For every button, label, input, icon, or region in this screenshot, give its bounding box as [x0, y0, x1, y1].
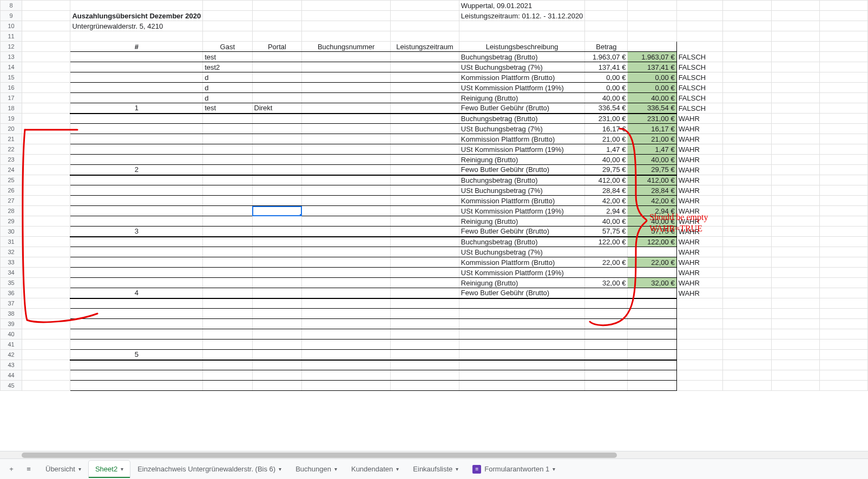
cell-L12[interactable] [771, 42, 819, 52]
cell-F38[interactable] [391, 309, 459, 319]
cell-C37[interactable] [203, 298, 252, 309]
cell-F17[interactable] [391, 93, 459, 103]
cell-K30[interactable] [723, 227, 771, 237]
row-header[interactable]: 21 [1, 134, 22, 144]
cell-L36[interactable] [771, 288, 819, 298]
cell-K35[interactable] [723, 278, 771, 288]
cell-F14[interactable] [391, 62, 459, 72]
cell-B17[interactable] [70, 93, 203, 103]
cell-M14[interactable] [819, 62, 867, 72]
row-header[interactable]: 36 [1, 288, 22, 298]
cell-A23[interactable] [22, 155, 70, 165]
cell-H43[interactable] [585, 360, 628, 370]
cell-L16[interactable] [771, 83, 819, 93]
cell-C36[interactable] [203, 288, 252, 298]
cell-betrag[interactable] [585, 288, 628, 298]
cell-G38[interactable] [459, 309, 584, 319]
cell-L17[interactable] [771, 93, 819, 103]
cell-K31[interactable] [723, 237, 771, 247]
cell-H9[interactable] [585, 11, 628, 21]
cell-K43[interactable] [723, 360, 771, 370]
cell-A26[interactable] [22, 185, 70, 196]
row-header[interactable]: 44 [1, 370, 22, 381]
cell-F21[interactable] [391, 134, 459, 144]
cell-calc[interactable]: 0,00 € [628, 83, 676, 93]
cell-L9[interactable] [771, 11, 819, 21]
hdr-gast[interactable]: Gast [203, 42, 252, 52]
cell-K21[interactable] [723, 134, 771, 144]
sheet-tab-2[interactable]: Einzelnachweis Untergrünewalderstr. (Bis… [131, 461, 288, 478]
cell-C20[interactable] [203, 124, 252, 134]
cell-E22[interactable] [302, 144, 391, 155]
cell-flag[interactable]: WAHR [676, 175, 723, 185]
cell-F16[interactable] [391, 83, 459, 93]
cell-D42[interactable] [252, 350, 302, 360]
cell-A45[interactable] [22, 381, 70, 391]
cell-J39[interactable] [676, 319, 723, 329]
cell-M41[interactable] [819, 340, 867, 350]
cell-B14[interactable] [70, 62, 203, 72]
cell-B15[interactable] [70, 72, 203, 83]
cell-G10[interactable] [459, 21, 584, 31]
cell-L44[interactable] [771, 370, 819, 381]
cell-I43[interactable] [628, 360, 676, 370]
cell-F31[interactable] [391, 237, 459, 247]
cell-C21[interactable] [203, 134, 252, 144]
cell-flag[interactable]: WAHR [676, 114, 723, 124]
cell-E14[interactable] [302, 62, 391, 72]
cell-D37[interactable] [252, 298, 302, 309]
cell-C27[interactable] [203, 196, 252, 206]
cell-F23[interactable] [391, 155, 459, 165]
cell-L11[interactable] [771, 31, 819, 42]
cell-D33[interactable] [252, 257, 302, 268]
cell-B21[interactable] [70, 134, 203, 144]
cell-M44[interactable] [819, 370, 867, 381]
cell-K10[interactable] [723, 21, 771, 31]
cell-F11[interactable] [391, 31, 459, 42]
cell-L31[interactable] [771, 237, 819, 247]
row-header[interactable]: 40 [1, 329, 22, 340]
cell-C26[interactable] [203, 185, 252, 196]
cell-gast[interactable]: d [203, 83, 252, 93]
cell-C40[interactable] [203, 329, 252, 340]
cell-G42[interactable] [459, 350, 584, 360]
cell-F28[interactable] [391, 206, 459, 216]
cell-flag[interactable]: WAHR [676, 165, 723, 175]
cell-flag[interactable]: WAHR [676, 155, 723, 165]
cell-calc[interactable] [628, 288, 676, 298]
cell-F22[interactable] [391, 144, 459, 155]
cell-D35[interactable] [252, 278, 302, 288]
cell-K18[interactable] [723, 103, 771, 114]
cell-F45[interactable] [391, 381, 459, 391]
cell-L23[interactable] [771, 155, 819, 165]
cell-J12[interactable] [676, 42, 723, 52]
row-header[interactable]: 16 [1, 83, 22, 93]
cell-D36[interactable] [252, 288, 302, 298]
cell-C43[interactable] [203, 360, 252, 370]
cell-B34[interactable] [70, 268, 203, 278]
cell-K23[interactable] [723, 155, 771, 165]
cell-L13[interactable] [771, 52, 819, 62]
cell-J37[interactable] [676, 298, 723, 309]
cell-A35[interactable] [22, 278, 70, 288]
cell-A37[interactable] [22, 298, 70, 309]
cell-M31[interactable] [819, 237, 867, 247]
cell-K39[interactable] [723, 319, 771, 329]
all-sheets-button[interactable]: ≡ [22, 462, 36, 476]
cell-gast[interactable]: test [203, 103, 252, 114]
cell-G40[interactable] [459, 329, 584, 340]
cell-M33[interactable] [819, 257, 867, 268]
cell-A41[interactable] [22, 340, 70, 350]
cell-E16[interactable] [302, 83, 391, 93]
cell-I12[interactable] [628, 42, 676, 52]
cell-B8[interactable] [70, 1, 203, 11]
cell-calc[interactable]: 40,00 € [628, 155, 676, 165]
spreadsheet-grid[interactable]: 8Wuppertal, 09.01.20219Auszahlungsübersi… [0, 0, 868, 451]
cell-desc[interactable]: USt Kommission Plattform (19%) [459, 144, 584, 155]
cell-L28[interactable] [771, 206, 819, 216]
cell-H37[interactable] [585, 298, 628, 309]
cell-portal[interactable]: Direkt [252, 103, 302, 114]
cell-D10[interactable] [252, 21, 302, 31]
cell-L33[interactable] [771, 257, 819, 268]
cell-betrag[interactable]: 32,00 € [585, 278, 628, 288]
